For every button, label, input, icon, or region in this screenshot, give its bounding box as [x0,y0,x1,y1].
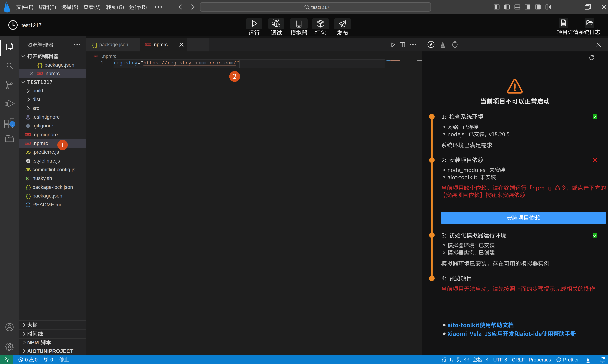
svg-text:JS: JS [26,168,31,172]
svg-text:npm: npm [25,133,29,135]
svg-text:{}: {} [26,194,31,199]
svg-text:npm: npm [146,43,149,45]
svg-text:JS: JS [26,150,31,155]
svg-text:npm: npm [94,55,98,57]
svg-text:{}: {} [92,42,98,48]
svg-text:{}: {} [26,185,31,190]
svg-text:$: $ [26,176,29,181]
svg-text:npm: npm [37,72,41,74]
svg-text:{}: {} [37,63,43,68]
svg-text:npm: npm [25,142,29,144]
